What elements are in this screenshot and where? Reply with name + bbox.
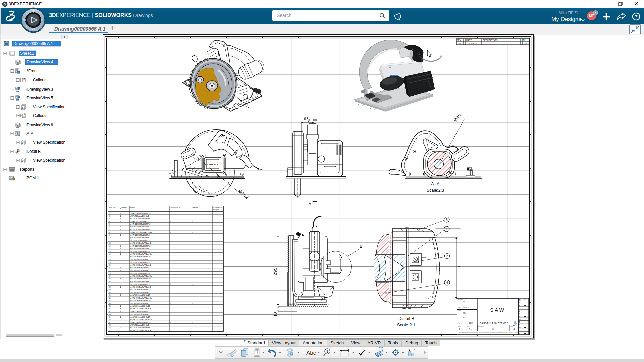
svg-text:REV: REV [457, 39, 461, 41]
svg-text:p.d.1/b2K7uxxv5 KL4bo56: p.d.1/b2K7uxxv5 KL4bo56 [130, 327, 150, 329]
svg-text:35: 35 [109, 305, 111, 307]
svg-text:Name: Name [130, 207, 135, 209]
svg-text:25/04/20: 25/04/20 [469, 42, 477, 44]
svg-text:1: 1 [120, 220, 121, 222]
svg-text:2: 2 [109, 215, 110, 217]
svg-text:p.d.1/b2K7uxxv5 KL4bo57: p.d.1/b2K7uxxv5 KL4bo57 [130, 250, 150, 252]
svg-text:DrawingView.3: DrawingView.3 [26, 87, 53, 92]
svg-text:16: 16 [109, 253, 111, 255]
svg-text:41: 41 [109, 321, 111, 323]
svg-text:prd-R-3DK0696v5 KLM712: prd-R-3DK0696v5 KLM712 [130, 267, 151, 269]
svg-text:Drawing00000565 A.1: Drawing00000565 A.1 [13, 41, 53, 46]
svg-text:prd-R-3DK0696v5 KLM120: prd-R-3DK0696v5 KLM120 [130, 212, 151, 214]
svg-text:Abc: Abc [306, 350, 316, 356]
svg-text:p.d.1/b2K7uxxv5 KL4bo57: p.d.1/b2K7uxxv5 KL4bo57 [130, 316, 150, 318]
svg-text:p.d.1/b2K7uxxv5 KL4bo56: p.d.1/b2K7uxxv5 KL4bo56 [130, 283, 150, 285]
svg-text:prd-R-3DK0696v5 KLM712: prd-R-3DK0696v5 KLM712 [130, 289, 151, 291]
svg-text:p RTY70 Loodv5 KL4ba5: p RTY70 Loodv5 KL4ba5 [130, 281, 149, 283]
svg-text:7: 7 [109, 229, 110, 231]
svg-text:BOM.1: BOM.1 [26, 176, 39, 180]
svg-text:565: 565 [492, 328, 495, 330]
svg-text:3: 3 [120, 313, 121, 315]
svg-text:A-A: A-A [26, 131, 33, 136]
svg-text:1: 1 [120, 212, 121, 214]
svg-text:Quantity: Quantity [120, 207, 127, 209]
svg-text:12: 12 [109, 242, 111, 244]
svg-text:3: 3 [120, 278, 121, 280]
svg-text:p RTY70 Loodv5 KL4va5: p RTY70 Loodv5 KL4va5 [130, 313, 149, 315]
svg-text:2: 2 [446, 254, 448, 258]
svg-text:1: 1 [120, 248, 121, 250]
svg-text:3: 3 [120, 283, 121, 285]
svg-text:3: 3 [109, 218, 110, 220]
svg-text:p.d.1/b2K7uxxv5 KL4bo57: p.d.1/b2K7uxxv5 KL4bo57 [130, 272, 150, 274]
svg-text:prd-4b 32KOvro6vF43Ub..B: prd-4b 32KOvro6vF43Ub..B [130, 220, 151, 222]
svg-text:d: d [16, 150, 18, 154]
svg-text:3: 3 [446, 218, 448, 222]
svg-text:prd-R-3DK0696v5 KLM712: prd-R-3DK0696v5 KLM712 [130, 310, 151, 312]
svg-text:E: E [519, 324, 521, 326]
svg-text:1: 1 [120, 218, 121, 220]
svg-text:N°: N° [523, 39, 526, 41]
svg-text:Material: Material [192, 207, 198, 209]
svg-text:27: 27 [109, 283, 111, 285]
svg-text:J: J [519, 310, 520, 312]
svg-text:p RTY70 Loodv5 KL4ba5: p RTY70 Loodv5 KL4ba5 [130, 258, 149, 260]
svg-text:prd-4b 32KOvro6vF43Ub..B: prd-4b 32KOvro6vF43Ub..B [130, 330, 151, 332]
svg-text:?: ? [635, 14, 638, 19]
svg-text:18: 18 [109, 258, 111, 260]
svg-text:p RTY70 Loodv5 KL4ba5: p RTY70 Loodv5 KL4ba5 [130, 324, 149, 326]
svg-text:K: K [519, 304, 521, 306]
svg-text:N: N [519, 299, 521, 301]
svg-text:DWG NO: DWG NO [478, 325, 484, 327]
svg-text:DeWALT: DeWALT [207, 163, 219, 166]
svg-text:14: 14 [109, 248, 111, 250]
svg-text:1: 1 [120, 286, 121, 288]
svg-text:26: 26 [109, 281, 111, 283]
svg-text:Item No: Item No [109, 207, 115, 209]
svg-text:30: 30 [109, 291, 111, 293]
svg-text:prd-R-3DK0696v5 KLM712: prd-R-3DK0696v5 KLM712 [130, 223, 151, 225]
svg-text:10: 10 [109, 237, 111, 239]
svg-text:1: 1 [120, 269, 121, 272]
svg-text:prd-4b 32KOvro6vF43Ub.Ga: prd-4b 32KOvro6vF43Ub.Ga [130, 253, 152, 255]
svg-text:prd-R-3DK0696v5 KLM120: prd-R-3DK0696v5 KLM120 [130, 300, 151, 302]
svg-text:23: 23 [109, 272, 111, 274]
svg-text:11: 11 [109, 239, 110, 241]
svg-text:*Front: *Front [26, 69, 38, 73]
svg-text:9: 9 [109, 234, 110, 236]
svg-text:prd-4b 32KOvro6vF43Ub.Ga: prd-4b 32KOvro6vF43Ub.Ga [130, 231, 152, 233]
svg-text:13: 13 [109, 245, 111, 247]
svg-text:1: 1 [120, 215, 121, 217]
svg-text:Scale:2:3: Scale:2:3 [427, 188, 444, 193]
svg-text:H: H [519, 315, 521, 317]
svg-text:Scale:2:1: Scale:2:1 [397, 322, 415, 327]
svg-text:p.d.1/b2K7uxxv5 KL4bo57: p.d.1/b2K7uxxv5 KL4bo57 [130, 294, 150, 296]
svg-text:DrawingView.6: DrawingView.6 [26, 123, 53, 127]
svg-text:REV: REV [467, 325, 470, 327]
svg-text:1: 1 [120, 305, 121, 307]
svg-text:prd-R-3DK0696v5 KLM120: prd-R-3DK0696v5 KLM120 [130, 234, 151, 236]
svg-text:3: 3 [120, 245, 121, 247]
svg-text:SIZE: SIZE [458, 325, 461, 327]
svg-text:Sheet.1: Sheet.1 [20, 51, 34, 56]
svg-text:Reports: Reports [20, 167, 34, 172]
svg-text:1: 1 [326, 349, 328, 353]
svg-text:3: 3 [459, 328, 460, 330]
svg-text:3: 3 [120, 231, 121, 233]
svg-text:4: 4 [109, 220, 110, 222]
svg-text:i²: i² [41, 19, 43, 21]
svg-text:38: 38 [109, 313, 111, 315]
svg-text:p RTY70 Loodv5 KL4ba5: p RTY70 Loodv5 KL4ba5 [130, 215, 149, 217]
svg-text:p RTY70 Loodv5 KL4va5: p RTY70 Loodv5 KL4va5 [130, 291, 149, 293]
svg-text:1: 1 [120, 267, 121, 269]
svg-text:A: A [308, 119, 311, 123]
svg-text:Callouts: Callouts [33, 78, 47, 82]
svg-text:Odometer at: Odometer at [170, 207, 180, 209]
svg-text:21: 21 [109, 267, 111, 269]
svg-text:p RTY70 Loodv5 KL4va5: p RTY70 Loodv5 KL4va5 [130, 248, 149, 250]
svg-text:1: 1 [120, 250, 121, 252]
svg-text:37: 37 [109, 310, 111, 312]
svg-text:36: 36 [109, 308, 111, 310]
svg-text:p.d.1/b2K7uxxv5 KL4bo56: p.d.1/b2K7uxxv5 KL4bo56 [130, 218, 150, 220]
